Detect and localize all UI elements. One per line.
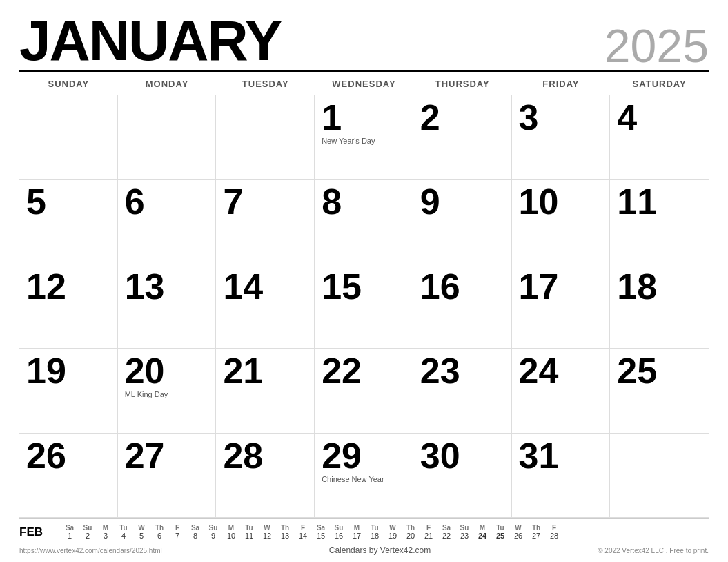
- calendar-cell: 22: [315, 349, 413, 433]
- day-number: 22: [322, 353, 362, 389]
- calendar-cell: [610, 434, 709, 518]
- day-number: 30: [420, 438, 460, 474]
- mini-day-cell: 17: [348, 532, 366, 540]
- calendar-cell: 4: [610, 95, 709, 180]
- day-number: 27: [125, 438, 165, 474]
- day-number: 23: [420, 353, 460, 389]
- calendar-cell: 13: [118, 264, 217, 349]
- day-header-sat: SATURDAY: [610, 76, 709, 92]
- day-number: 1: [322, 99, 342, 135]
- mini-day-cell: 16: [330, 532, 348, 540]
- event-label: New Year's Day: [322, 137, 375, 146]
- mini-day-cell: 10: [222, 532, 240, 540]
- calendar-cell: 11: [610, 180, 709, 264]
- calendar-cell: 12: [19, 264, 118, 349]
- day-number: 10: [519, 184, 559, 220]
- mini-header-cell: M: [97, 524, 115, 532]
- mini-day-cell: 5: [132, 532, 150, 540]
- calendar-cell: 2: [413, 95, 512, 180]
- mini-header-cell: Tu: [491, 524, 509, 532]
- calendar-cell: 9: [413, 180, 512, 264]
- calendar-cell: 10: [512, 180, 611, 264]
- day-number: 12: [26, 269, 66, 304]
- event-label: Chinese New Year: [322, 475, 384, 484]
- mini-day-cell: 4: [115, 532, 132, 540]
- mini-header-cell: Su: [330, 524, 348, 532]
- footer-right: © 2022 Vertex42 LLC . Free to print.: [598, 547, 709, 554]
- mini-day-cell: 28: [545, 532, 563, 540]
- day-number: 2: [420, 99, 440, 135]
- day-number: 29: [322, 438, 362, 474]
- mini-header-cell: Su: [204, 524, 222, 532]
- calendar-cell: [118, 95, 217, 180]
- day-number: 14: [223, 269, 263, 304]
- mini-day-cell: 24: [473, 532, 491, 540]
- mini-header-cell: F: [294, 524, 312, 532]
- calendar-cell: 1New Year's Day: [315, 95, 413, 180]
- mini-header-cell: Th: [276, 524, 294, 532]
- mini-day-cell: 15: [312, 532, 330, 540]
- calendar-wrapper: JANUARY 2025 SUNDAY MONDAY TUESDAY WEDNE…: [0, 0, 728, 562]
- mini-header-cell: Sa: [312, 524, 330, 532]
- day-number: 11: [617, 184, 657, 220]
- year-title: 2025: [604, 22, 709, 69]
- day-number: 6: [125, 184, 145, 220]
- mini-header-cell: F: [168, 524, 186, 532]
- mini-days-row: 1234567891011121314151617181920212223242…: [61, 532, 709, 540]
- mini-header-cell: Th: [150, 524, 168, 532]
- calendar-cell: 27: [118, 434, 217, 518]
- event-label: ML King Day: [125, 390, 168, 399]
- day-number: 28: [223, 438, 263, 474]
- mini-month-label: FEB: [19, 525, 55, 539]
- mini-day-cell: 21: [420, 532, 437, 540]
- day-header-wed: WEDNESDAY: [315, 76, 413, 92]
- day-number: 19: [26, 353, 66, 389]
- calendar-cell: 14: [216, 264, 315, 349]
- mini-day-cell: 12: [258, 532, 276, 540]
- calendar-cell: 8: [315, 180, 413, 264]
- mini-header-cell: Tu: [240, 524, 258, 532]
- mini-header-cell: Th: [402, 524, 420, 532]
- calendar-cell: 3: [512, 95, 611, 180]
- mini-day-cell: 13: [276, 532, 294, 540]
- calendar-cell: 20ML King Day: [118, 349, 217, 433]
- calendar-cell: 7: [216, 180, 315, 264]
- mini-header-cell: W: [258, 524, 276, 532]
- day-number: 20: [125, 353, 165, 389]
- calendar-cell: 18: [610, 264, 709, 349]
- calendar-cell: 16: [413, 264, 512, 349]
- day-header-tue: TUESDAY: [216, 76, 315, 92]
- mini-header-cell: F: [420, 524, 437, 532]
- mini-header-cell: Th: [527, 524, 545, 532]
- mini-day-cell: 25: [491, 532, 509, 540]
- calendar-cell: [19, 95, 118, 180]
- calendar-cell: 15: [315, 264, 413, 349]
- mini-day-cell: 3: [97, 532, 115, 540]
- mini-header-row: SaSuMTuWThFSaSuMTuWThFSaSuMTuWThFSaSuMTu…: [61, 524, 709, 532]
- day-number: 21: [223, 353, 263, 389]
- footer-center: Calendars by Vertex42.com: [329, 545, 431, 555]
- day-number: 16: [420, 269, 460, 304]
- mini-day-cell: 20: [402, 532, 420, 540]
- day-number: 24: [519, 353, 559, 389]
- calendar-cell: 21: [216, 349, 315, 433]
- mini-header-cell: Tu: [366, 524, 384, 532]
- mini-cal-wrapper: SaSuMTuWThFSaSuMTuWThFSaSuMTuWThFSaSuMTu…: [61, 524, 709, 540]
- day-number: 25: [617, 353, 657, 389]
- calendar-cell: 23: [413, 349, 512, 433]
- calendar-cell: [216, 95, 315, 180]
- day-number: 5: [26, 184, 46, 220]
- mini-header-cell: Tu: [115, 524, 132, 532]
- calendar-cell: 30: [413, 434, 512, 518]
- day-number: 17: [519, 269, 559, 304]
- mini-day-cell: 18: [366, 532, 384, 540]
- day-number: 26: [26, 438, 66, 474]
- mini-header-cell: W: [384, 524, 402, 532]
- day-number: 4: [617, 99, 637, 135]
- day-number: 9: [420, 184, 440, 220]
- mini-day-cell: 27: [527, 532, 545, 540]
- mini-header-cell: M: [473, 524, 491, 532]
- footer-left: https://www.vertex42.com/calendars/2025.…: [19, 547, 162, 554]
- mini-day-cell: 6: [150, 532, 168, 540]
- calendar-cell: 17: [512, 264, 611, 349]
